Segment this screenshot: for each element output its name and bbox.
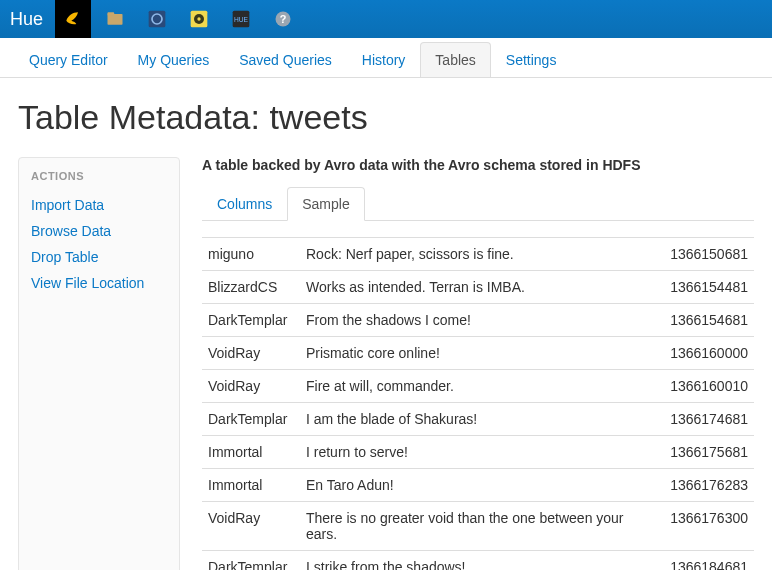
cell-username: Immortal [202,436,300,469]
cell-text: I am the blade of Shakuras! [300,403,654,436]
cell-text: Rock: Nerf paper, scissors is fine. [300,238,654,271]
table-row: ImmortalI return to serve!1366175681 [202,436,754,469]
actions-sidebar: ACTIONS Import DataBrowse DataDrop Table… [18,157,180,570]
table-row: migunoRock: Nerf paper, scissors is fine… [202,238,754,271]
cell-text: I return to serve! [300,436,654,469]
sub-tabs: ColumnsSample [202,187,754,221]
cell-timestamp: 1366154681 [654,304,754,337]
app-icon-hue[interactable]: HUE [223,0,259,38]
subtab-columns[interactable]: Columns [202,187,287,221]
table-row: VoidRayThere is no greater void than the… [202,502,754,551]
nav-tab-my-queries[interactable]: My Queries [123,42,225,77]
cell-username: DarkTemplar [202,403,300,436]
cell-timestamp: 1366174681 [654,403,754,436]
cell-text: There is no greater void than the one be… [300,502,654,551]
cell-text: Fire at will, commander. [300,370,654,403]
cell-text: From the shadows I come! [300,304,654,337]
action-browse-data[interactable]: Browse Data [31,218,167,244]
hue-icon: HUE [231,9,251,29]
nav-tab-history[interactable]: History [347,42,421,77]
table-row: VoidRayPrismatic core online!1366160000 [202,337,754,370]
svg-text:HUE: HUE [234,16,249,23]
cell-text: I strike from the shadows! [300,551,654,571]
cell-username: VoidRay [202,502,300,551]
nav-tab-settings[interactable]: Settings [491,42,572,77]
cell-timestamp: 1366184681 [654,551,754,571]
cell-username: DarkTemplar [202,551,300,571]
action-drop-table[interactable]: Drop Table [31,244,167,270]
action-view-file-location[interactable]: View File Location [31,270,167,296]
app-icon-filebrowser[interactable] [97,0,133,38]
sidebar-heading: ACTIONS [31,170,167,182]
table-row: DarkTemplarI strike from the shadows!136… [202,551,754,571]
app-icon-help[interactable]: ? [265,0,301,38]
cell-timestamp: 1366175681 [654,436,754,469]
app-icon-jobbrowser[interactable] [139,0,175,38]
cell-username: VoidRay [202,337,300,370]
svg-text:?: ? [280,13,287,25]
table-row: VoidRayFire at will, commander.136616001… [202,370,754,403]
cell-username: DarkTemplar [202,304,300,337]
cell-timestamp: 1366160000 [654,337,754,370]
app-icon-jobdesigner[interactable] [181,0,217,38]
page-title: Table Metadata: tweets [18,98,754,137]
bee-icon [63,9,83,29]
cell-username: BlizzardCS [202,271,300,304]
cell-timestamp: 1366160010 [654,370,754,403]
table-row: BlizzardCSWorks as intended. Terran is I… [202,271,754,304]
cell-text: En Taro Adun! [300,469,654,502]
cell-username: Immortal [202,469,300,502]
svg-rect-1 [108,12,115,15]
cell-text: Prismatic core online! [300,337,654,370]
svg-point-6 [197,17,200,20]
table-row: DarkTemplarFrom the shadows I come!13661… [202,304,754,337]
disc-icon [189,9,209,29]
cell-text: Works as intended. Terran is IMBA. [300,271,654,304]
subtab-sample[interactable]: Sample [287,187,364,221]
top-bar: Hue HUE ? [0,0,772,38]
cell-username: VoidRay [202,370,300,403]
app-icon-beeswax[interactable] [55,0,91,38]
brand-logo[interactable]: Hue [10,9,43,30]
globe-icon [147,9,167,29]
action-import-data[interactable]: Import Data [31,192,167,218]
table-row: ImmortalEn Taro Adun!1366176283 [202,469,754,502]
help-icon: ? [273,9,293,29]
folder-icon [105,9,125,29]
cell-username: miguno [202,238,300,271]
cell-timestamp: 1366154481 [654,271,754,304]
nav-tab-query-editor[interactable]: Query Editor [14,42,123,77]
sample-table: migunoRock: Nerf paper, scissors is fine… [202,237,754,570]
table-row: DarkTemplarI am the blade of Shakuras!13… [202,403,754,436]
nav-tab-saved-queries[interactable]: Saved Queries [224,42,347,77]
nav-tab-tables[interactable]: Tables [420,42,490,77]
cell-timestamp: 1366176283 [654,469,754,502]
table-description: A table backed by Avro data with the Avr… [202,157,754,173]
cell-timestamp: 1366150681 [654,238,754,271]
cell-timestamp: 1366176300 [654,502,754,551]
nav-tabs: Query EditorMy QueriesSaved QueriesHisto… [0,38,772,78]
